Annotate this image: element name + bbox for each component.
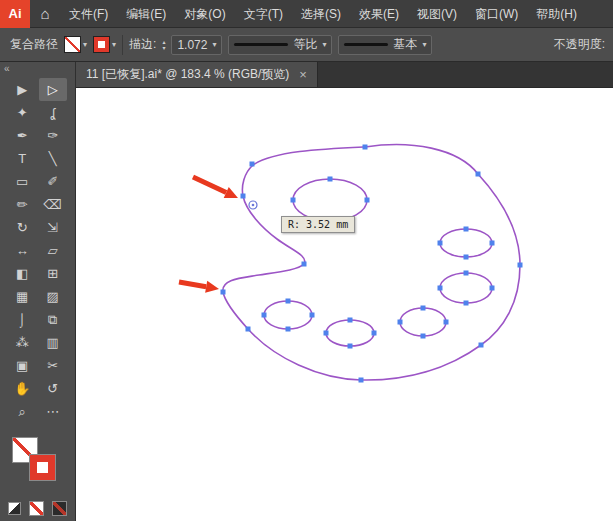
anchor-point[interactable] (438, 286, 443, 291)
home-icon[interactable]: ⌂ (30, 5, 60, 22)
default-fill-stroke-button[interactable] (8, 502, 21, 515)
anchor-point[interactable] (464, 227, 469, 232)
anchor-point[interactable] (479, 343, 484, 348)
palette-hole-1[interactable] (293, 179, 367, 221)
palette-hole-6[interactable] (264, 301, 312, 329)
menu-item-2[interactable]: 编辑(E) (117, 0, 175, 28)
gradient-tool[interactable]: ▨ (39, 285, 67, 308)
anchor-point[interactable] (310, 313, 315, 318)
anchor-point[interactable] (241, 194, 246, 199)
anchor-point[interactable] (518, 263, 523, 268)
palette-hole-2[interactable] (440, 229, 492, 257)
palette-hole-4[interactable] (400, 308, 446, 336)
anchor-point[interactable] (365, 198, 370, 203)
anchor-point[interactable] (302, 262, 307, 267)
document-tab[interactable]: 11 [已恢复].ai* @ 183.4 % (RGB/预览) × (76, 62, 318, 87)
menu-item-4[interactable]: 文字(T) (235, 0, 292, 28)
tab-close-icon[interactable]: × (299, 67, 307, 82)
fill-swatch[interactable] (64, 36, 81, 53)
anchor-point[interactable] (246, 327, 251, 332)
app-logo[interactable]: Ai (0, 0, 30, 28)
anchor-point[interactable] (286, 327, 291, 332)
perspective-grid-tool[interactable]: ⊞ (39, 262, 67, 285)
stroke-width-stepper[interactable]: ▴ ▾ (162, 39, 165, 51)
free-transform-tool[interactable]: ▱ (39, 239, 67, 262)
stepper-down-icon[interactable]: ▾ (162, 45, 165, 51)
anchor-point[interactable] (444, 320, 449, 325)
anchor-point[interactable] (421, 334, 426, 339)
anchor-point[interactable] (363, 145, 368, 150)
anchor-point[interactable] (348, 344, 353, 349)
chevron-down-icon[interactable]: ▾ (112, 40, 116, 49)
anchor-point[interactable] (324, 331, 329, 336)
edit-toolbar-button[interactable]: ⋯ (39, 400, 67, 423)
anchor-point[interactable] (359, 378, 364, 383)
blend-tool[interactable]: ⧉ (39, 308, 67, 331)
eraser-tool[interactable]: ⌫ (39, 193, 67, 216)
menu-item-3[interactable]: 对象(O) (175, 0, 234, 28)
scale-tool[interactable]: ⇲ (39, 216, 67, 239)
stroke-width-select[interactable]: 1.072 ▾ (171, 35, 222, 55)
anchor-point[interactable] (490, 241, 495, 246)
zoom-tool[interactable]: ⌕ (8, 400, 36, 423)
canvas-area[interactable]: R: 3.52 mm (76, 88, 613, 521)
width-tool[interactable]: ↔ (8, 239, 36, 262)
screen-mode-button[interactable] (52, 501, 67, 516)
symbol-sprayer-tool[interactable]: ⁂ (8, 331, 36, 354)
anchor-point[interactable] (464, 271, 469, 276)
fill-color-control[interactable]: ▾ (64, 36, 87, 53)
variable-width-profile-select[interactable]: 等比 ▾ (228, 35, 332, 55)
line-segment-tool[interactable]: ╲ (39, 147, 67, 170)
anchor-point[interactable] (262, 313, 267, 318)
paintbrush-tool[interactable]: ✐ (39, 170, 67, 193)
stroke-swatch[interactable] (93, 36, 110, 53)
selection-tool[interactable]: ▶ (8, 78, 36, 101)
anchor-point[interactable] (328, 177, 333, 182)
anchor-point[interactable] (421, 306, 426, 311)
pen-tool[interactable]: ✒ (8, 124, 36, 147)
chevron-down-icon[interactable]: ▾ (83, 40, 87, 49)
anchor-point[interactable] (464, 301, 469, 306)
menu-item-5[interactable]: 选择(S) (292, 0, 350, 28)
palette-outline-path[interactable] (223, 145, 520, 380)
slice-tool[interactable]: ✂ (39, 354, 67, 377)
hand-tool[interactable]: ✋ (8, 377, 36, 400)
menu-item-6[interactable]: 效果(E) (350, 0, 408, 28)
brush-definition-select[interactable]: 基本 ▾ (338, 35, 432, 55)
artboard-tool[interactable]: ▣ (8, 354, 36, 377)
stroke-proxy-swatch[interactable] (29, 454, 56, 481)
menu-item-7[interactable]: 视图(V) (408, 0, 466, 28)
stroke-color-control[interactable]: ▾ (93, 36, 116, 53)
palette-hole-3[interactable] (440, 273, 492, 303)
artboard[interactable] (76, 88, 613, 521)
direct-selection-tool[interactable]: ▷ (39, 78, 67, 101)
eyedropper-tool[interactable]: ⌡ (8, 308, 36, 331)
anchor-point[interactable] (476, 172, 481, 177)
menu-item-9[interactable]: 帮助(H) (527, 0, 586, 28)
rotate-view-tool[interactable]: ↺ (39, 377, 67, 400)
anchor-point[interactable] (221, 290, 226, 295)
lasso-tool[interactable]: ʆ (39, 101, 67, 124)
anchor-point[interactable] (464, 255, 469, 260)
anchor-point[interactable] (372, 331, 377, 336)
rotate-tool[interactable]: ↻ (8, 216, 36, 239)
none-color-button[interactable] (29, 501, 44, 516)
anchor-point[interactable] (348, 318, 353, 323)
column-graph-tool[interactable]: ▥ (39, 331, 67, 354)
anchor-point[interactable] (291, 198, 296, 203)
collapse-panel-icon[interactable]: « (0, 62, 75, 78)
type-tool[interactable]: T (8, 147, 36, 170)
curvature-tool[interactable]: ✑ (39, 124, 67, 147)
mesh-tool[interactable]: ▦ (8, 285, 36, 308)
menu-item-8[interactable]: 窗口(W) (466, 0, 527, 28)
shape-builder-tool[interactable]: ◧ (8, 262, 36, 285)
pencil-tool[interactable]: ✏ (8, 193, 36, 216)
rectangle-tool[interactable]: ▭ (8, 170, 36, 193)
anchor-point[interactable] (250, 162, 255, 167)
anchor-point[interactable] (398, 320, 403, 325)
magic-wand-tool[interactable]: ✦ (8, 101, 36, 124)
menu-item-1[interactable]: 文件(F) (60, 0, 117, 28)
palette-hole-5[interactable] (326, 320, 374, 346)
anchor-point[interactable] (438, 241, 443, 246)
anchor-point[interactable] (490, 286, 495, 291)
